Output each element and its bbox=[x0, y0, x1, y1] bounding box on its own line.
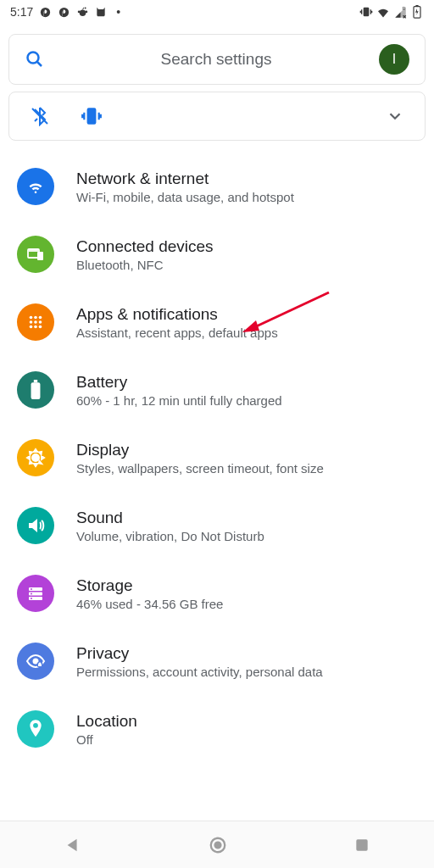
svg-point-15 bbox=[34, 316, 37, 320]
svg-rect-11 bbox=[88, 108, 96, 123]
row-location[interactable]: Location Off bbox=[0, 695, 434, 763]
row-title: Storage bbox=[76, 576, 417, 595]
row-sub: 46% used - 34.56 GB free bbox=[76, 597, 417, 611]
row-sub: Styles, wallpapers, screen timeout, font… bbox=[76, 461, 417, 476]
row-sub: Permissions, account activity, personal … bbox=[76, 665, 417, 679]
svg-rect-34 bbox=[38, 664, 42, 666]
wifi-circle-icon bbox=[17, 168, 54, 205]
row-title: Battery bbox=[76, 373, 417, 392]
svg-point-10 bbox=[28, 53, 39, 64]
svg-point-3 bbox=[78, 10, 81, 13]
svg-rect-23 bbox=[31, 382, 41, 399]
vibrate-mode-icon[interactable] bbox=[81, 105, 103, 127]
apps-circle-icon bbox=[17, 303, 54, 341]
avatar[interactable]: I bbox=[379, 44, 409, 75]
svg-point-22 bbox=[39, 326, 42, 329]
svg-point-19 bbox=[39, 320, 42, 324]
cat-icon bbox=[94, 5, 108, 19]
row-sound[interactable]: Sound Volume, vibration, Do Not Disturb bbox=[0, 492, 434, 559]
status-left: 5:17 • bbox=[10, 5, 120, 19]
reddit-icon bbox=[75, 5, 89, 19]
row-sub: Assistant, recent apps, default apps bbox=[76, 326, 417, 340]
nav-recents-icon[interactable] bbox=[353, 837, 370, 854]
brightness-circle-icon bbox=[17, 439, 54, 476]
row-title: Location bbox=[76, 712, 417, 731]
svg-point-25 bbox=[32, 454, 39, 461]
storage-circle-icon bbox=[17, 575, 54, 612]
quick-suggestions-card[interactable] bbox=[8, 92, 426, 141]
pinterest-icon-2 bbox=[57, 5, 70, 19]
devices-circle-icon bbox=[17, 236, 54, 273]
battery-charging-icon bbox=[410, 5, 424, 19]
svg-point-35 bbox=[33, 723, 38, 728]
row-sub: 60% - 1 hr, 12 min until fully charged bbox=[76, 393, 417, 408]
search-icon bbox=[25, 49, 45, 70]
status-bar: 5:17 • R bbox=[0, 0, 434, 24]
row-title: Apps & notifications bbox=[76, 305, 417, 324]
row-title: Sound bbox=[76, 509, 417, 527]
row-storage[interactable]: Storage 46% used - 34.56 GB free bbox=[0, 559, 434, 627]
row-apps-notifications[interactable]: Apps & notifications Assistant, recent a… bbox=[0, 288, 434, 356]
row-sub: Bluetooth, NFC bbox=[76, 258, 417, 272]
svg-point-14 bbox=[30, 316, 33, 320]
sound-circle-icon bbox=[17, 507, 54, 544]
wifi-icon bbox=[376, 5, 390, 19]
status-time: 5:17 bbox=[10, 5, 33, 19]
row-privacy[interactable]: Privacy Permissions, account activity, p… bbox=[0, 627, 434, 695]
row-title: Privacy bbox=[76, 644, 417, 663]
battery-circle-icon bbox=[17, 371, 54, 409]
navigation-bar bbox=[0, 821, 434, 868]
nav-back-icon[interactable] bbox=[64, 836, 82, 854]
svg-point-21 bbox=[34, 326, 37, 329]
svg-rect-40 bbox=[357, 839, 368, 850]
avatar-letter: I bbox=[392, 52, 396, 67]
svg-rect-24 bbox=[34, 380, 37, 382]
svg-point-17 bbox=[30, 320, 33, 324]
row-sub: Volume, vibration, Do Not Disturb bbox=[76, 529, 417, 543]
location-circle-icon bbox=[17, 710, 54, 748]
row-title: Network & internet bbox=[76, 170, 417, 188]
svg-point-31 bbox=[31, 598, 32, 599]
svg-point-39 bbox=[214, 841, 221, 849]
signal-icon: R bbox=[393, 5, 407, 19]
svg-point-29 bbox=[31, 588, 32, 590]
svg-point-16 bbox=[39, 316, 42, 320]
status-right: R bbox=[359, 5, 424, 19]
svg-point-20 bbox=[30, 326, 33, 329]
svg-point-30 bbox=[31, 593, 32, 595]
vibrate-icon bbox=[359, 5, 373, 19]
svg-rect-6 bbox=[364, 8, 368, 15]
privacy-circle-icon bbox=[17, 643, 54, 680]
row-sub: Off bbox=[76, 732, 417, 747]
chevron-down-icon[interactable] bbox=[386, 107, 404, 125]
pinterest-icon bbox=[38, 5, 52, 19]
svg-point-4 bbox=[85, 10, 87, 13]
svg-point-18 bbox=[34, 320, 37, 324]
svg-point-5 bbox=[84, 7, 86, 8]
svg-rect-12 bbox=[37, 252, 43, 260]
svg-text:R: R bbox=[402, 6, 405, 11]
row-battery[interactable]: Battery 60% - 1 hr, 12 min until fully c… bbox=[0, 356, 434, 424]
row-network-internet[interactable]: Network & internet Wi-Fi, mobile, data u… bbox=[0, 153, 434, 220]
search-placeholder: Search settings bbox=[45, 50, 387, 69]
bluetooth-off-icon[interactable] bbox=[30, 106, 50, 126]
row-display[interactable]: Display Styles, wallpapers, screen timeo… bbox=[0, 424, 434, 492]
settings-list: Network & internet Wi-Fi, mobile, data u… bbox=[0, 149, 434, 766]
row-sub: Wi-Fi, mobile, data usage, and hotspot bbox=[76, 190, 417, 204]
row-title: Display bbox=[76, 441, 417, 459]
row-connected-devices[interactable]: Connected devices Bluetooth, NFC bbox=[0, 220, 434, 288]
search-bar[interactable]: Search settings I bbox=[8, 34, 426, 85]
status-dot: • bbox=[116, 5, 120, 19]
row-title: Connected devices bbox=[76, 237, 417, 256]
svg-rect-9 bbox=[415, 5, 418, 7]
nav-home-icon[interactable] bbox=[209, 836, 227, 854]
svg-point-2 bbox=[80, 9, 86, 16]
